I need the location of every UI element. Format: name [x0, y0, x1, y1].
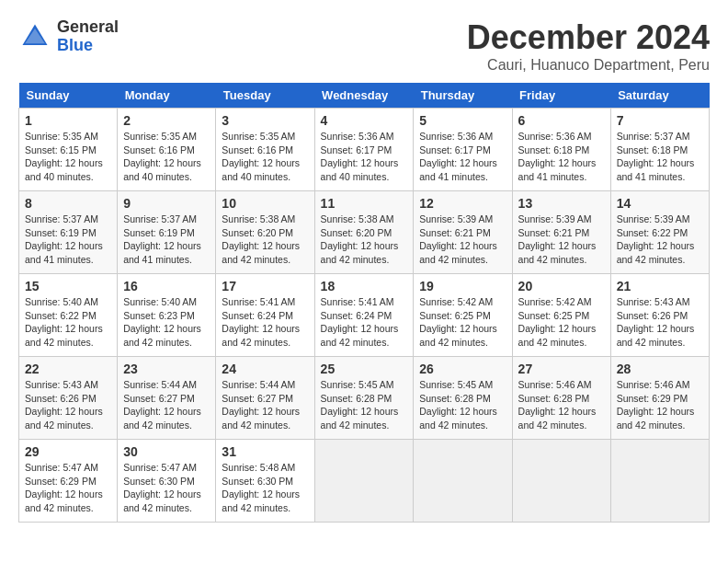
table-row: 17Sunrise: 5:41 AM Sunset: 6:24 PM Dayli… — [216, 274, 314, 357]
table-row: 18Sunrise: 5:41 AM Sunset: 6:24 PM Dayli… — [314, 274, 414, 357]
location: Cauri, Huanuco Department, Peru — [467, 57, 710, 74]
table-row: 3Sunrise: 5:35 AM Sunset: 6:16 PM Daylig… — [216, 109, 314, 191]
calendar-table: Sunday Monday Tuesday Wednesday Thursday… — [18, 83, 710, 523]
table-row: 15Sunrise: 5:40 AM Sunset: 6:22 PM Dayli… — [19, 274, 118, 357]
day-number: 6 — [518, 113, 605, 128]
day-info: Sunrise: 5:44 AM Sunset: 6:27 PM Dayligh… — [123, 378, 210, 432]
day-info: Sunrise: 5:40 AM Sunset: 6:22 PM Dayligh… — [25, 295, 111, 350]
day-number: 20 — [518, 279, 605, 293]
day-number: 28 — [617, 362, 703, 376]
col-tuesday: Tuesday — [216, 83, 314, 109]
day-info: Sunrise: 5:35 AM Sunset: 6:15 PM Dayligh… — [25, 130, 111, 184]
logo-blue: Blue — [57, 37, 119, 55]
table-row: 11Sunrise: 5:38 AM Sunset: 6:20 PM Dayli… — [314, 191, 414, 274]
day-number: 16 — [123, 279, 210, 293]
table-row: 26Sunrise: 5:45 AM Sunset: 6:28 PM Dayli… — [414, 357, 512, 440]
table-row: 19Sunrise: 5:42 AM Sunset: 6:25 PM Dayli… — [414, 274, 512, 357]
day-number: 13 — [518, 196, 605, 211]
day-number: 31 — [222, 444, 308, 459]
table-row: 8Sunrise: 5:37 AM Sunset: 6:19 PM Daylig… — [19, 191, 118, 274]
day-info: Sunrise: 5:45 AM Sunset: 6:28 PM Dayligh… — [321, 378, 408, 432]
day-number: 24 — [222, 362, 308, 376]
table-row: 12Sunrise: 5:39 AM Sunset: 6:21 PM Dayli… — [414, 191, 512, 274]
day-info: Sunrise: 5:47 AM Sunset: 6:29 PM Dayligh… — [25, 461, 111, 515]
day-info: Sunrise: 5:46 AM Sunset: 6:28 PM Dayligh… — [518, 378, 605, 432]
day-number: 17 — [222, 279, 308, 293]
table-row: 4Sunrise: 5:36 AM Sunset: 6:17 PM Daylig… — [314, 109, 414, 191]
table-row: 2Sunrise: 5:35 AM Sunset: 6:16 PM Daylig… — [118, 109, 216, 191]
logo: General Blue — [18, 18, 119, 55]
table-row: 20Sunrise: 5:42 AM Sunset: 6:25 PM Dayli… — [512, 274, 610, 357]
col-thursday: Thursday — [414, 83, 512, 109]
logo-text: General Blue — [57, 18, 119, 55]
logo-icon — [18, 20, 51, 53]
day-info: Sunrise: 5:38 AM Sunset: 6:20 PM Dayligh… — [222, 213, 308, 267]
table-row: 7Sunrise: 5:37 AM Sunset: 6:18 PM Daylig… — [610, 109, 709, 191]
day-info: Sunrise: 5:48 AM Sunset: 6:30 PM Dayligh… — [222, 461, 308, 515]
day-info: Sunrise: 5:41 AM Sunset: 6:24 PM Dayligh… — [222, 295, 308, 350]
day-number: 19 — [419, 279, 506, 293]
day-info: Sunrise: 5:41 AM Sunset: 6:24 PM Dayligh… — [321, 295, 408, 350]
table-row — [314, 440, 414, 523]
col-saturday: Saturday — [610, 83, 709, 109]
table-row — [414, 440, 512, 523]
day-info: Sunrise: 5:37 AM Sunset: 6:19 PM Dayligh… — [25, 213, 111, 267]
day-info: Sunrise: 5:43 AM Sunset: 6:26 PM Dayligh… — [617, 295, 703, 350]
day-info: Sunrise: 5:40 AM Sunset: 6:23 PM Dayligh… — [123, 295, 210, 350]
day-number: 29 — [25, 444, 111, 459]
day-info: Sunrise: 5:36 AM Sunset: 6:17 PM Dayligh… — [321, 130, 408, 184]
col-sunday: Sunday — [19, 83, 118, 109]
day-info: Sunrise: 5:43 AM Sunset: 6:26 PM Dayligh… — [25, 378, 111, 432]
calendar-row: 22Sunrise: 5:43 AM Sunset: 6:26 PM Dayli… — [19, 357, 710, 440]
day-number: 26 — [419, 362, 506, 376]
table-row: 9Sunrise: 5:37 AM Sunset: 6:19 PM Daylig… — [118, 191, 216, 274]
day-info: Sunrise: 5:39 AM Sunset: 6:21 PM Dayligh… — [518, 213, 605, 267]
table-row: 27Sunrise: 5:46 AM Sunset: 6:28 PM Dayli… — [512, 357, 610, 440]
table-row: 24Sunrise: 5:44 AM Sunset: 6:27 PM Dayli… — [216, 357, 314, 440]
day-info: Sunrise: 5:35 AM Sunset: 6:16 PM Dayligh… — [222, 130, 308, 184]
day-info: Sunrise: 5:38 AM Sunset: 6:20 PM Dayligh… — [321, 213, 408, 267]
calendar-row: 8Sunrise: 5:37 AM Sunset: 6:19 PM Daylig… — [19, 191, 710, 274]
day-info: Sunrise: 5:44 AM Sunset: 6:27 PM Dayligh… — [222, 378, 308, 432]
table-row: 31Sunrise: 5:48 AM Sunset: 6:30 PM Dayli… — [216, 440, 314, 523]
day-number: 22 — [25, 362, 111, 376]
calendar-row: 15Sunrise: 5:40 AM Sunset: 6:22 PM Dayli… — [19, 274, 710, 357]
day-info: Sunrise: 5:46 AM Sunset: 6:29 PM Dayligh… — [617, 378, 703, 432]
table-row: 5Sunrise: 5:36 AM Sunset: 6:17 PM Daylig… — [414, 109, 512, 191]
table-row — [610, 440, 709, 523]
day-number: 18 — [321, 279, 408, 293]
day-number: 1 — [25, 113, 111, 128]
day-info: Sunrise: 5:45 AM Sunset: 6:28 PM Dayligh… — [419, 378, 506, 432]
day-number: 23 — [123, 362, 210, 376]
day-number: 25 — [321, 362, 408, 376]
table-row: 28Sunrise: 5:46 AM Sunset: 6:29 PM Dayli… — [610, 357, 709, 440]
day-number: 4 — [321, 113, 408, 128]
day-info: Sunrise: 5:35 AM Sunset: 6:16 PM Dayligh… — [123, 130, 210, 184]
day-number: 27 — [518, 362, 605, 376]
day-info: Sunrise: 5:39 AM Sunset: 6:21 PM Dayligh… — [419, 213, 506, 267]
table-row: 1Sunrise: 5:35 AM Sunset: 6:15 PM Daylig… — [19, 109, 118, 191]
day-number: 10 — [222, 196, 308, 211]
calendar-row: 1Sunrise: 5:35 AM Sunset: 6:15 PM Daylig… — [19, 109, 710, 191]
table-row: 13Sunrise: 5:39 AM Sunset: 6:21 PM Dayli… — [512, 191, 610, 274]
table-row: 29Sunrise: 5:47 AM Sunset: 6:29 PM Dayli… — [19, 440, 118, 523]
table-row: 22Sunrise: 5:43 AM Sunset: 6:26 PM Dayli… — [19, 357, 118, 440]
col-wednesday: Wednesday — [314, 83, 414, 109]
calendar-header-row: Sunday Monday Tuesday Wednesday Thursday… — [19, 83, 710, 109]
table-row: 21Sunrise: 5:43 AM Sunset: 6:26 PM Dayli… — [610, 274, 709, 357]
day-number: 9 — [123, 196, 210, 211]
day-number: 21 — [617, 279, 703, 293]
table-row: 25Sunrise: 5:45 AM Sunset: 6:28 PM Dayli… — [314, 357, 414, 440]
day-info: Sunrise: 5:37 AM Sunset: 6:18 PM Dayligh… — [617, 130, 703, 184]
col-friday: Friday — [512, 83, 610, 109]
table-row — [512, 440, 610, 523]
day-info: Sunrise: 5:39 AM Sunset: 6:22 PM Dayligh… — [617, 213, 703, 267]
calendar-row: 29Sunrise: 5:47 AM Sunset: 6:29 PM Dayli… — [19, 440, 710, 523]
month-title: December 2024 — [467, 18, 710, 57]
day-number: 5 — [419, 113, 506, 128]
table-row: 16Sunrise: 5:40 AM Sunset: 6:23 PM Dayli… — [118, 274, 216, 357]
table-row: 6Sunrise: 5:36 AM Sunset: 6:18 PM Daylig… — [512, 109, 610, 191]
day-info: Sunrise: 5:42 AM Sunset: 6:25 PM Dayligh… — [419, 295, 506, 350]
col-monday: Monday — [118, 83, 216, 109]
table-row: 10Sunrise: 5:38 AM Sunset: 6:20 PM Dayli… — [216, 191, 314, 274]
